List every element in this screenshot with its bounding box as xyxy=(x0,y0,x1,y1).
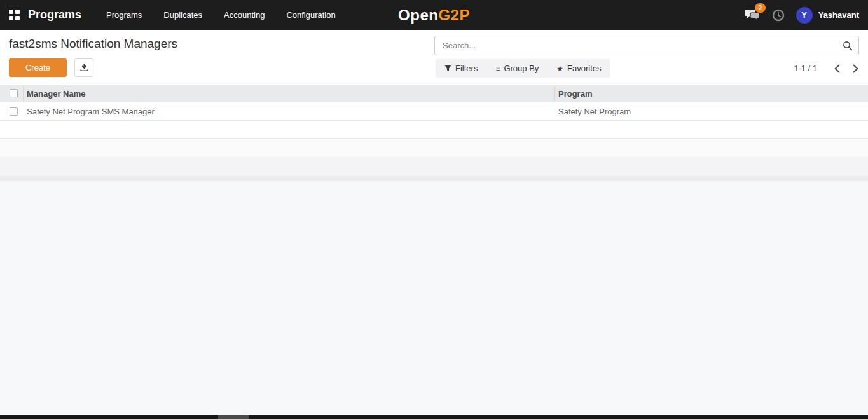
empty-row xyxy=(0,121,868,139)
bottom-scrollbar-thumb[interactable] xyxy=(218,415,249,419)
column-divider xyxy=(554,87,555,100)
content-background xyxy=(0,181,868,415)
filters-button[interactable]: Filters xyxy=(444,64,478,73)
clock-icon xyxy=(772,9,785,22)
cell-program[interactable]: Safety Net Program xyxy=(558,102,631,121)
user-menu[interactable]: Y Yashavant xyxy=(796,7,859,24)
filters-label: Filters xyxy=(455,64,478,73)
column-header-program[interactable]: Program xyxy=(558,85,592,102)
logo-text-open: Open xyxy=(398,6,438,24)
filter-funnel-icon xyxy=(444,65,451,72)
page-title: fast2sms Notification Managers xyxy=(9,37,177,51)
group-by-button[interactable]: ≡ Group By xyxy=(495,64,539,73)
empty-row xyxy=(0,139,868,156)
search-box xyxy=(434,36,859,55)
cell-manager-name[interactable]: Safety Net Program SMS Manager xyxy=(27,102,155,121)
favorites-label: Favorites xyxy=(567,64,601,73)
bottom-scrollbar-track xyxy=(0,415,868,419)
download-icon xyxy=(79,63,89,72)
pager-next-button[interactable] xyxy=(852,64,859,73)
logo-text-g2p: G2P xyxy=(438,6,470,24)
top-navbar: Programs Programs Duplicates Accounting … xyxy=(0,0,868,30)
apps-grid-square xyxy=(9,16,13,20)
messages-button[interactable]: 2 xyxy=(744,7,761,24)
pager-previous-button[interactable] xyxy=(834,64,841,73)
group-by-icon: ≡ xyxy=(495,64,500,73)
nav-item-duplicates[interactable]: Duplicates xyxy=(163,10,202,20)
chevron-left-icon xyxy=(834,64,841,73)
pager-range: 1-1 / 1 xyxy=(794,64,817,73)
search-icon[interactable] xyxy=(843,41,853,53)
row-checkbox[interactable] xyxy=(10,107,18,116)
pager: 1-1 / 1 xyxy=(794,59,859,78)
apps-grid-square xyxy=(15,10,20,14)
openg2p-logo: OpenG2P xyxy=(398,0,470,30)
current-app-title[interactable]: Programs xyxy=(28,0,81,30)
column-divider xyxy=(23,87,24,100)
list-footer-band xyxy=(0,157,868,176)
table-row[interactable]: Safety Net Program SMS Manager Safety Ne… xyxy=(0,102,868,121)
favorites-button[interactable]: ★ Favorites xyxy=(556,64,601,73)
list-header: Manager Name Program xyxy=(0,85,868,102)
apps-menu-icon[interactable] xyxy=(9,10,20,20)
search-input[interactable] xyxy=(435,36,858,55)
apps-grid-square xyxy=(9,10,13,14)
favorites-star-icon: ★ xyxy=(556,64,563,73)
apps-grid-square xyxy=(15,16,20,20)
user-name: Yashavant xyxy=(818,10,859,20)
activities-button[interactable] xyxy=(772,9,785,22)
nav-menu: Programs Duplicates Accounting Configura… xyxy=(106,0,336,30)
avatar: Y xyxy=(796,7,813,24)
control-panel: fast2sms Notification Managers Create Fi… xyxy=(0,30,868,85)
export-button[interactable] xyxy=(74,58,93,77)
select-all-checkbox[interactable] xyxy=(10,89,18,97)
nav-item-programs[interactable]: Programs xyxy=(106,10,142,20)
group-by-label: Group By xyxy=(504,64,539,73)
navbar-right-cluster: 2 Y Yashavant xyxy=(744,0,859,30)
nav-item-configuration[interactable]: Configuration xyxy=(286,10,335,20)
list-footer-shadow xyxy=(0,176,868,181)
pager-arrows xyxy=(834,64,859,73)
chevron-right-icon xyxy=(852,64,859,73)
search-options-bar: Filters ≡ Group By ★ Favorites xyxy=(436,59,610,78)
column-header-manager-name[interactable]: Manager Name xyxy=(27,85,85,102)
unread-messages-badge: 2 xyxy=(755,3,766,13)
nav-item-accounting[interactable]: Accounting xyxy=(224,10,265,20)
create-button[interactable]: Create xyxy=(9,58,67,77)
